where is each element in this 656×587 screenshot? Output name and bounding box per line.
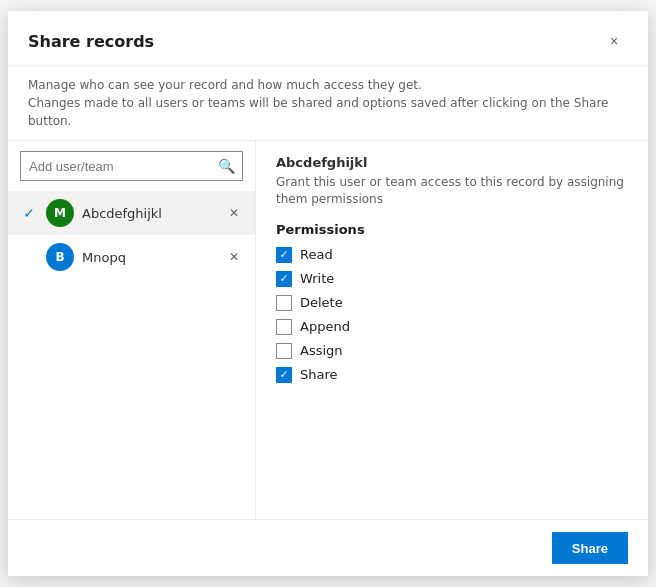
search-container: 🔍: [8, 141, 255, 191]
list-item[interactable]: B Mnopq ✕: [8, 235, 255, 279]
delete-checkbox[interactable]: [276, 295, 292, 311]
remove-user-button[interactable]: ✕: [225, 204, 243, 222]
dialog-footer: Share: [8, 519, 648, 576]
append-label: Append: [300, 319, 350, 334]
user-list: ✓ M Abcdefghijkl ✕ B Mnopq ✕: [8, 191, 255, 519]
permission-share: Share: [276, 367, 628, 383]
write-label: Write: [300, 271, 334, 286]
avatar: B: [46, 243, 74, 271]
left-panel: 🔍 ✓ M Abcdefghijkl ✕ B Mnopq ✕: [8, 141, 256, 519]
dialog-header: Share records ×: [8, 11, 648, 66]
search-input[interactable]: [20, 151, 243, 181]
selected-user-name: Abcdefghijkl: [276, 155, 628, 170]
subtitle-line2: Changes made to all users or teams will …: [28, 94, 628, 130]
selected-checkmark-icon: ✓: [20, 204, 38, 222]
permission-write: Write: [276, 271, 628, 287]
delete-label: Delete: [300, 295, 343, 310]
write-checkbox[interactable]: [276, 271, 292, 287]
share-checkbox[interactable]: [276, 367, 292, 383]
permission-assign: Assign: [276, 343, 628, 359]
user-display-name: Abcdefghijkl: [82, 206, 217, 221]
dialog-body: 🔍 ✓ M Abcdefghijkl ✕ B Mnopq ✕: [8, 141, 648, 519]
permissions-label: Permissions: [276, 222, 628, 237]
permission-append: Append: [276, 319, 628, 335]
assign-checkbox[interactable]: [276, 343, 292, 359]
permission-delete: Delete: [276, 295, 628, 311]
share-records-dialog: Share records × Manage who can see your …: [8, 11, 648, 576]
append-checkbox[interactable]: [276, 319, 292, 335]
right-panel: Abcdefghijkl Grant this user or team acc…: [256, 141, 648, 519]
share-label: Share: [300, 367, 338, 382]
subtitle-line1: Manage who can see your record and how m…: [28, 76, 628, 94]
close-button[interactable]: ×: [600, 27, 628, 55]
dialog-title: Share records: [28, 32, 154, 51]
permission-read: Read: [276, 247, 628, 263]
remove-user-button[interactable]: ✕: [225, 248, 243, 266]
dialog-subtitle: Manage who can see your record and how m…: [8, 66, 648, 141]
read-label: Read: [300, 247, 333, 262]
list-item[interactable]: ✓ M Abcdefghijkl ✕: [8, 191, 255, 235]
share-button[interactable]: Share: [552, 532, 628, 564]
permissions-description: Grant this user or team access to this r…: [276, 174, 628, 208]
avatar: M: [46, 199, 74, 227]
read-checkbox[interactable]: [276, 247, 292, 263]
assign-label: Assign: [300, 343, 343, 358]
user-display-name: Mnopq: [82, 250, 217, 265]
